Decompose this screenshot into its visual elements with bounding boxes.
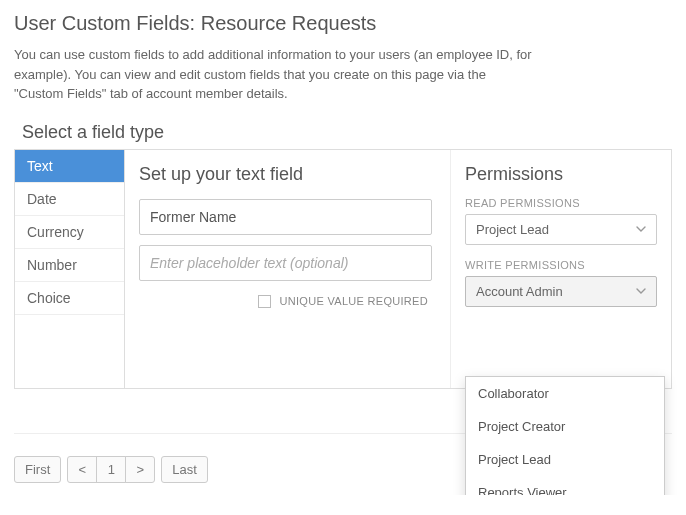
read-permissions-label: READ PERMISSIONS — [465, 197, 657, 209]
page-first-button[interactable]: First — [14, 456, 61, 483]
field-type-tab-currency[interactable]: Currency — [15, 216, 124, 249]
write-permissions-label: WRITE PERMISSIONS — [465, 259, 657, 271]
page-description: You can use custom fields to add additio… — [14, 45, 534, 104]
page-group: < 1 > — [67, 456, 155, 483]
field-type-tab-text[interactable]: Text — [15, 150, 124, 183]
field-type-tab-number[interactable]: Number — [15, 249, 124, 282]
page-prev-button[interactable]: < — [67, 456, 97, 483]
setup-column: Set up your text field UNIQUE VALUE REQU… — [125, 150, 451, 388]
field-name-input[interactable] — [139, 199, 432, 235]
unique-value-row: UNIQUE VALUE REQUIRED — [139, 295, 432, 308]
unique-checkbox[interactable] — [258, 295, 271, 308]
unique-label: UNIQUE VALUE REQUIRED — [279, 295, 428, 307]
field-type-tabs: TextDateCurrencyNumberChoice — [15, 150, 125, 388]
chevron-down-icon — [636, 226, 646, 232]
dropdown-option[interactable]: Collaborator — [466, 377, 664, 410]
dropdown-option[interactable]: Reports Viewer — [466, 476, 664, 495]
chevron-down-icon — [636, 288, 646, 294]
read-permissions-select[interactable]: Project Lead — [465, 214, 657, 245]
dropdown-option[interactable]: Project Creator — [466, 410, 664, 443]
page-title: User Custom Fields: Resource Requests — [14, 12, 672, 35]
write-permissions-select[interactable]: Account Admin — [465, 276, 657, 307]
section-title: Select a field type — [22, 122, 672, 143]
setup-heading: Set up your text field — [139, 164, 432, 185]
page-next-button[interactable]: > — [125, 456, 155, 483]
field-type-tab-date[interactable]: Date — [15, 183, 124, 216]
dropdown-option[interactable]: Project Lead — [466, 443, 664, 476]
page-number[interactable]: 1 — [96, 456, 126, 483]
write-permissions-value: Account Admin — [476, 284, 563, 299]
field-placeholder-input[interactable] — [139, 245, 432, 281]
field-type-tab-choice[interactable]: Choice — [15, 282, 124, 315]
read-permissions-value: Project Lead — [476, 222, 549, 237]
page-last-button[interactable]: Last — [161, 456, 208, 483]
field-config-panel: TextDateCurrencyNumberChoice Set up your… — [14, 149, 672, 389]
permissions-heading: Permissions — [465, 164, 657, 185]
write-permissions-dropdown: CollaboratorProject CreatorProject LeadR… — [465, 376, 665, 495]
permissions-column: Permissions READ PERMISSIONS Project Lea… — [451, 150, 671, 388]
